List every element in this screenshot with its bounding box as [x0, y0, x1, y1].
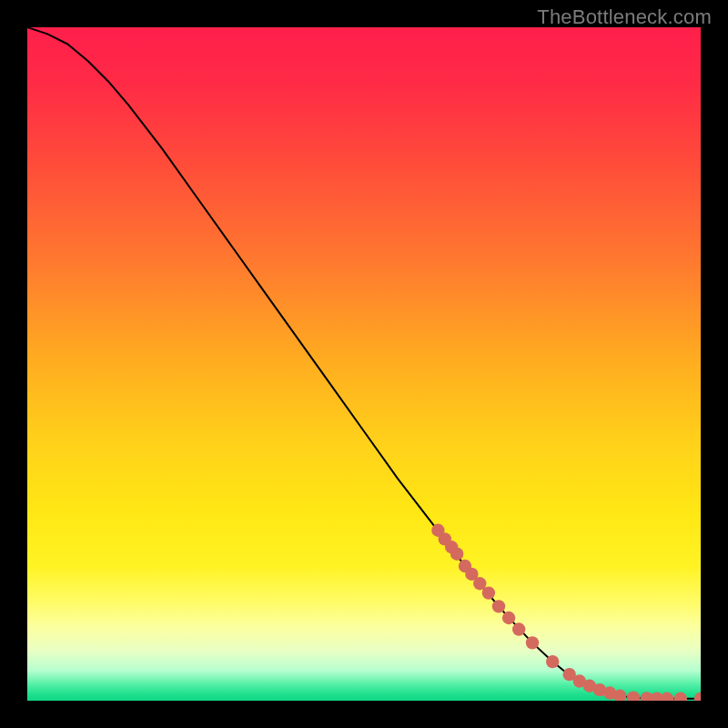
chart-stage: TheBottleneck.com — [0, 0, 728, 728]
chart-background — [27, 27, 701, 701]
curve-marker — [546, 655, 559, 668]
curve-marker — [482, 586, 495, 599]
curve-marker — [512, 622, 525, 635]
watermark-text: TheBottleneck.com — [537, 5, 712, 29]
curve-marker — [502, 612, 515, 624]
curve-marker — [492, 600, 505, 612]
curve-marker — [450, 547, 463, 560]
curve-marker — [526, 636, 539, 649]
bottleneck-chart — [27, 27, 701, 701]
